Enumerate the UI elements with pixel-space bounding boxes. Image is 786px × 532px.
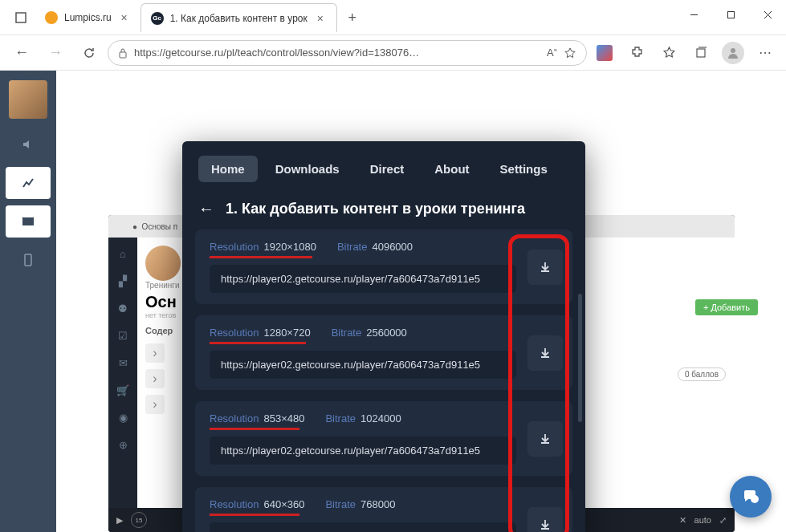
home-icon: ⌂ [112,242,134,265]
play-icon[interactable]: ▶ [116,515,123,526]
tab-title: Lumpics.ru [64,12,112,23]
tabs-overview-button[interactable] [6,3,35,32]
downloader-popup: Home Downloads Direct About Settings ← 1… [182,141,585,532]
stream-url[interactable]: https://player02.getcourse.ru/player/7a6… [210,437,516,465]
downloader-extension-icon[interactable] [590,39,619,67]
resolution-item: Resolution640×360 Bitrate768000 https://… [195,487,572,532]
vf-inner-sidebar: ⌂ ▞ ⚉ ☑ ✉ 🛒 ◉ ⊕ [108,238,137,532]
mail-icon: ✉ [112,351,134,374]
chevron-right-icon: › [145,343,165,363]
highlight-underline [210,428,299,430]
sidebar-mobile-icon[interactable] [6,244,51,276]
nav-direct[interactable]: Direct [357,156,417,182]
close-window-button[interactable] [749,0,786,29]
nav-about[interactable]: About [422,156,482,182]
favorites-icon[interactable] [654,39,683,67]
popup-nav: Home Downloads Direct About Settings [182,141,585,192]
close-tab-icon[interactable]: × [314,12,327,25]
new-tab-button[interactable]: + [340,6,364,30]
close-tab-icon[interactable]: × [118,11,131,24]
resolution-item: Resolution853×480 Bitrate1024000 https:/… [195,401,572,476]
nav-settings[interactable]: Settings [487,156,560,182]
maximize-button[interactable] [712,0,749,29]
svg-rect-0 [16,13,26,22]
msg-icon: ◉ [112,406,134,428]
menu-button[interactable]: ⋯ [751,39,780,67]
download-button[interactable] [527,507,563,533]
reader-mode-icon[interactable]: A» [547,47,557,59]
svg-point-8 [731,48,735,53]
download-button[interactable] [527,335,563,371]
download-button[interactable] [527,250,563,285]
app-sidebar [0,71,56,532]
add-button[interactable]: + Добавить [695,299,758,315]
users-icon: ⚉ [112,297,134,319]
lock-icon [118,47,128,59]
highlight-underline [210,256,312,258]
highlight-underline [210,342,306,344]
user-avatar[interactable] [9,80,47,119]
popup-title: 1. Как добавить контент в уроки тренинга [226,201,525,217]
back-button[interactable]: ← [6,39,37,67]
points-badge: 0 баллов [678,368,726,381]
svg-rect-5 [120,52,126,58]
favorite-icon[interactable] [564,47,576,59]
extensions-icon[interactable] [622,39,651,67]
sidebar-stats-icon[interactable] [6,167,51,199]
back-arrow-icon[interactable]: ← [198,200,214,218]
svg-point-11 [751,495,759,503]
minimize-button[interactable] [675,0,712,29]
getcourse-favicon-icon: Gc [151,12,164,25]
svg-rect-6 [697,49,705,57]
sidebar-mail-icon[interactable] [6,205,51,238]
forward-button: → [40,39,71,67]
tab-title: 1. Как добавить контент в урок [170,13,307,24]
nav-downloads[interactable]: Downloads [263,156,352,182]
download-button[interactable] [527,421,563,457]
address-bar[interactable]: https://getcourse.ru/pl/teach/control/le… [108,40,587,66]
stream-url[interactable]: https://player02.getcourse.ru/player/7a6… [210,265,516,293]
chat-fab-button[interactable] [730,476,772,518]
lumpics-favicon-icon [45,11,58,24]
settings-icon[interactable]: ✕ [679,515,686,526]
check-icon: ☑ [112,324,134,347]
tab-getcourse[interactable]: Gc 1. Как добавить контент в урок × [141,3,337,32]
scrollbar[interactable] [578,294,582,422]
stream-url[interactable]: https://player02.getcourse.ru/player/7a6… [210,522,516,532]
stream-url[interactable]: https://player02.getcourse.ru/player/7a6… [210,351,516,379]
svg-rect-10 [25,254,31,266]
highlight-underline [210,514,299,516]
globe-icon: ⊕ [112,433,134,456]
fullscreen-icon[interactable]: ⤢ [719,515,727,526]
tab-lumpics[interactable]: Lumpics.ru × [35,3,141,32]
resolution-item: Resolution1920×1080 Bitrate4096000 https… [195,229,572,304]
svg-rect-2 [727,11,734,18]
sidebar-sound-icon[interactable] [6,128,51,160]
resolution-item: Resolution1280×720 Bitrate2560000 https:… [195,315,572,390]
cart-icon: 🛒 [112,379,134,401]
nav-home[interactable]: Home [198,156,258,182]
collections-icon[interactable] [686,39,715,67]
instructor-avatar [145,246,181,281]
refresh-button[interactable] [74,39,104,67]
url-text: https://getcourse.ru/pl/teach/control/le… [134,47,540,59]
chevron-right-icon: › [145,369,165,388]
profile-button[interactable] [719,39,747,67]
chart-icon: ▞ [112,270,134,292]
rewind-icon[interactable]: 15 [131,512,147,528]
auto-quality[interactable]: auto [694,515,711,525]
chevron-right-icon: › [145,395,165,414]
